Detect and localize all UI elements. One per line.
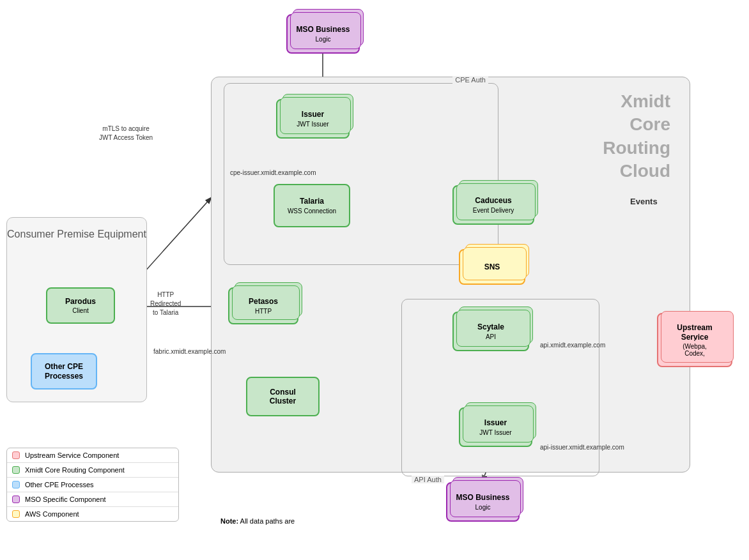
sns-box: SNS <box>459 249 525 285</box>
legend-xmidt-color <box>12 466 20 474</box>
legend-upstream-color <box>12 451 20 459</box>
sns-title: SNS <box>484 262 500 271</box>
legend-mso-color <box>12 496 20 503</box>
api-url: api.xmidt.example.com <box>540 342 605 349</box>
issuer-bottom-title: Issuer <box>484 418 507 427</box>
petasos-subtitle: HTTP <box>255 308 272 315</box>
parodus-box: Parodus Client <box>46 287 115 324</box>
petasos-box: Petasos HTTP <box>228 287 298 324</box>
legend-xmidt: Xmidt Core Routing Component <box>7 463 178 478</box>
legend-other-label: Other CPE Processes <box>25 481 94 488</box>
talaria-box: Talaria WSS Connection <box>274 184 350 227</box>
api-auth-label: API Auth <box>412 476 444 483</box>
xmidt-cloud-label: XmidtCoreRoutingCloud <box>603 90 670 183</box>
parodus-title: Parodus <box>65 297 96 306</box>
events-label: Events <box>630 197 658 206</box>
petasos-title: Petasos <box>249 297 278 306</box>
legend-upstream-label: Upstream Service Component <box>25 451 119 459</box>
mso-top-title: MSO Business <box>296 25 350 34</box>
note-text: Note: All data paths are <box>220 517 295 525</box>
upstream-box: UpstreamService (Webpa,Codex, <box>657 313 732 367</box>
scytale-subtitle: API <box>486 333 496 340</box>
mso-bottom-box: MSO Business Logic <box>446 482 520 522</box>
issuer-bottom-box: Issuer JWT Issuer <box>459 407 532 447</box>
legend-other: Other CPE Processes <box>7 478 178 492</box>
other-box: Other CPE Processes <box>31 353 97 390</box>
api-issuer-url: api-issuer.xmidt.example.com <box>540 444 624 451</box>
caduceus-subtitle: Event Delivery <box>473 207 514 214</box>
legend-aws-color <box>12 510 20 518</box>
issuer-top-subtitle: JWT Issuer <box>297 121 328 128</box>
legend-aws: AWS Component <box>7 507 178 521</box>
consul-title: ConsulCluster <box>270 388 296 406</box>
cpe-issuer-url: cpe-issuer.xmidt.example.com <box>230 169 316 176</box>
other-title: Other CPE Processes <box>32 362 96 381</box>
scytale-title: Scytale <box>477 322 504 331</box>
parodus-subtitle: Client <box>72 307 89 314</box>
issuer-top-box: Issuer JWT Issuer <box>276 99 350 139</box>
legend-xmidt-label: Xmidt Core Routing Component <box>25 466 125 474</box>
caduceus-title: Caduceus <box>475 196 511 205</box>
mso-top-box: MSO Business Logic <box>286 14 360 54</box>
consul-box: ConsulCluster <box>246 377 320 416</box>
caduceus-box: Caduceus Event Delivery <box>452 185 534 225</box>
mso-top-subtitle: Logic <box>316 36 331 43</box>
cpe-auth-label: CPE Auth <box>452 76 488 84</box>
mso-bottom-title: MSO Business <box>456 493 509 502</box>
http-redirect-label: HTTPRedirectedto Talaria <box>150 291 181 317</box>
mso-bottom-subtitle: Logic <box>475 504 491 511</box>
upstream-title: UpstreamService <box>677 323 712 342</box>
issuer-top-title: Issuer <box>302 110 324 119</box>
scytale-box: Scytale API <box>452 312 529 351</box>
legend-aws-label: AWS Component <box>25 510 79 518</box>
legend-mso-label: MSO Specific Component <box>25 496 106 503</box>
cpe-label: Consumer Premise Equipment <box>7 227 146 241</box>
upstream-subtitle: (Webpa,Codex, <box>683 343 707 357</box>
legend: Upstream Service Component Xmidt Core Ro… <box>6 448 179 522</box>
fabric-url: fabric.xmidt.example.com <box>153 348 226 355</box>
talaria-subtitle: WSS Connection <box>288 208 336 215</box>
talaria-title: Talaria <box>300 197 324 206</box>
legend-upstream: Upstream Service Component <box>7 448 178 463</box>
mtls-label: mTLS to acquireJWT Access Token <box>99 125 153 142</box>
legend-other-color <box>12 481 20 488</box>
legend-mso: MSO Specific Component <box>7 492 178 507</box>
architecture-diagram: Consumer Premise Equipment XmidtCoreRout… <box>0 0 749 560</box>
issuer-bottom-subtitle: JWT Issuer <box>479 429 511 436</box>
